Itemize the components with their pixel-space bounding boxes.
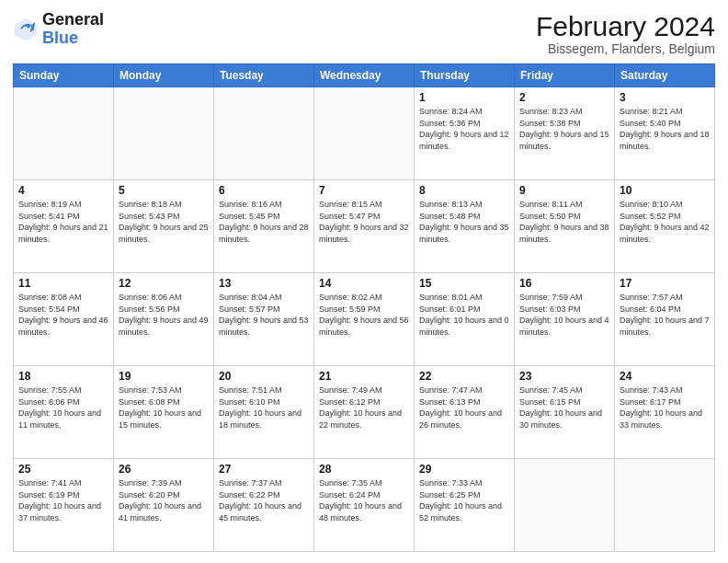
calendar-cell: 5Sunrise: 8:18 AM Sunset: 5:43 PM Daylig… [114, 180, 214, 273]
day-number: 29 [419, 463, 509, 476]
day-info: Sunrise: 7:39 AM Sunset: 6:20 PM Dayligh… [119, 477, 209, 523]
day-info: Sunrise: 8:08 AM Sunset: 5:54 PM Dayligh… [18, 292, 108, 338]
col-wednesday: Wednesday [314, 64, 415, 87]
day-number: 26 [119, 463, 209, 476]
day-info: Sunrise: 8:23 AM Sunset: 5:38 PM Dayligh… [519, 106, 609, 152]
day-info: Sunrise: 7:57 AM Sunset: 6:04 PM Dayligh… [620, 292, 710, 338]
day-info: Sunrise: 8:21 AM Sunset: 5:40 PM Dayligh… [620, 106, 710, 152]
col-thursday: Thursday [415, 64, 515, 87]
calendar-cell [615, 459, 715, 552]
col-sunday: Sunday [14, 64, 114, 87]
day-number: 4 [18, 184, 108, 197]
day-number: 7 [319, 184, 409, 197]
day-number: 2 [519, 91, 609, 104]
day-info: Sunrise: 8:19 AM Sunset: 5:41 PM Dayligh… [18, 199, 108, 245]
day-info: Sunrise: 7:37 AM Sunset: 6:22 PM Dayligh… [219, 477, 309, 523]
day-info: Sunrise: 8:10 AM Sunset: 5:52 PM Dayligh… [620, 199, 710, 245]
logo-blue: Blue [42, 29, 104, 48]
calendar-cell: 23Sunrise: 7:45 AM Sunset: 6:15 PM Dayli… [515, 366, 615, 459]
calendar-cell: 20Sunrise: 7:51 AM Sunset: 6:10 PM Dayli… [214, 366, 314, 459]
day-number: 23 [519, 370, 609, 383]
day-number: 11 [18, 277, 108, 290]
calendar-cell: 6Sunrise: 8:16 AM Sunset: 5:45 PM Daylig… [214, 180, 314, 273]
day-info: Sunrise: 7:51 AM Sunset: 6:10 PM Dayligh… [219, 385, 309, 431]
day-info: Sunrise: 7:45 AM Sunset: 6:15 PM Dayligh… [519, 385, 609, 431]
day-number: 14 [319, 277, 409, 290]
day-number: 22 [419, 370, 509, 383]
calendar-cell: 27Sunrise: 7:37 AM Sunset: 6:22 PM Dayli… [214, 459, 314, 552]
calendar-cell: 16Sunrise: 7:59 AM Sunset: 6:03 PM Dayli… [515, 273, 615, 366]
calendar-cell: 24Sunrise: 7:43 AM Sunset: 6:17 PM Dayli… [615, 366, 715, 459]
calendar-cell: 14Sunrise: 8:02 AM Sunset: 5:59 PM Dayli… [314, 273, 415, 366]
day-info: Sunrise: 8:04 AM Sunset: 5:57 PM Dayligh… [219, 292, 309, 338]
calendar-cell: 21Sunrise: 7:49 AM Sunset: 6:12 PM Dayli… [314, 366, 415, 459]
day-number: 16 [519, 277, 609, 290]
calendar-table: Sunday Monday Tuesday Wednesday Thursday… [13, 63, 715, 552]
day-number: 10 [620, 184, 710, 197]
col-monday: Monday [114, 64, 214, 87]
day-number: 24 [620, 370, 710, 383]
calendar-cell: 19Sunrise: 7:53 AM Sunset: 6:08 PM Dayli… [114, 366, 214, 459]
calendar-week-1: 1Sunrise: 8:24 AM Sunset: 5:36 PM Daylig… [14, 87, 715, 180]
day-info: Sunrise: 8:11 AM Sunset: 5:50 PM Dayligh… [519, 199, 609, 245]
calendar-cell [314, 87, 415, 180]
calendar-cell: 18Sunrise: 7:55 AM Sunset: 6:06 PM Dayli… [14, 366, 114, 459]
logo-icon [13, 17, 39, 42]
day-number: 6 [219, 184, 309, 197]
day-info: Sunrise: 8:16 AM Sunset: 5:45 PM Dayligh… [219, 199, 309, 245]
day-number: 21 [319, 370, 409, 383]
day-number: 20 [219, 370, 309, 383]
calendar-header-row: Sunday Monday Tuesday Wednesday Thursday… [14, 64, 715, 87]
calendar-cell: 3Sunrise: 8:21 AM Sunset: 5:40 PM Daylig… [615, 87, 715, 180]
day-number: 18 [18, 370, 108, 383]
calendar-cell: 12Sunrise: 8:06 AM Sunset: 5:56 PM Dayli… [114, 273, 214, 366]
day-number: 17 [620, 277, 710, 290]
day-number: 9 [519, 184, 609, 197]
calendar-cell: 1Sunrise: 8:24 AM Sunset: 5:36 PM Daylig… [415, 87, 515, 180]
day-info: Sunrise: 8:01 AM Sunset: 6:01 PM Dayligh… [419, 292, 509, 338]
day-number: 1 [419, 91, 509, 104]
logo-general: General [42, 11, 104, 29]
day-info: Sunrise: 7:53 AM Sunset: 6:08 PM Dayligh… [119, 385, 209, 431]
calendar-cell: 22Sunrise: 7:47 AM Sunset: 6:13 PM Dayli… [415, 366, 515, 459]
day-info: Sunrise: 7:33 AM Sunset: 6:25 PM Dayligh… [419, 477, 509, 523]
calendar-cell: 15Sunrise: 8:01 AM Sunset: 6:01 PM Dayli… [415, 273, 515, 366]
page: General Blue February 2024 Bissegem, Fla… [0, 0, 728, 563]
day-info: Sunrise: 8:13 AM Sunset: 5:48 PM Dayligh… [419, 199, 509, 245]
day-info: Sunrise: 8:06 AM Sunset: 5:56 PM Dayligh… [119, 292, 209, 338]
calendar-cell: 10Sunrise: 8:10 AM Sunset: 5:52 PM Dayli… [615, 180, 715, 273]
title-section: February 2024 Bissegem, Flanders, Belgiu… [536, 11, 715, 56]
col-tuesday: Tuesday [214, 64, 314, 87]
col-saturday: Saturday [615, 64, 715, 87]
day-info: Sunrise: 7:43 AM Sunset: 6:17 PM Dayligh… [620, 385, 710, 431]
day-info: Sunrise: 7:41 AM Sunset: 6:19 PM Dayligh… [18, 477, 108, 523]
calendar-cell: 26Sunrise: 7:39 AM Sunset: 6:20 PM Dayli… [114, 459, 214, 552]
calendar-week-3: 11Sunrise: 8:08 AM Sunset: 5:54 PM Dayli… [14, 273, 715, 366]
day-number: 25 [18, 463, 108, 476]
day-info: Sunrise: 7:55 AM Sunset: 6:06 PM Dayligh… [18, 385, 108, 431]
day-info: Sunrise: 8:02 AM Sunset: 5:59 PM Dayligh… [319, 292, 409, 338]
day-number: 15 [419, 277, 509, 290]
calendar-cell [515, 459, 615, 552]
logo-text: General Blue [42, 11, 104, 48]
header: General Blue February 2024 Bissegem, Fla… [13, 11, 715, 56]
day-number: 27 [219, 463, 309, 476]
calendar-cell: 2Sunrise: 8:23 AM Sunset: 5:38 PM Daylig… [515, 87, 615, 180]
day-info: Sunrise: 7:47 AM Sunset: 6:13 PM Dayligh… [419, 385, 509, 431]
calendar-cell: 8Sunrise: 8:13 AM Sunset: 5:48 PM Daylig… [415, 180, 515, 273]
day-info: Sunrise: 8:24 AM Sunset: 5:36 PM Dayligh… [419, 106, 509, 152]
day-number: 13 [219, 277, 309, 290]
calendar-cell [214, 87, 314, 180]
calendar-cell: 17Sunrise: 7:57 AM Sunset: 6:04 PM Dayli… [615, 273, 715, 366]
calendar-cell: 11Sunrise: 8:08 AM Sunset: 5:54 PM Dayli… [14, 273, 114, 366]
calendar-cell: 25Sunrise: 7:41 AM Sunset: 6:19 PM Dayli… [14, 459, 114, 552]
month-title: February 2024 [536, 11, 715, 41]
calendar-cell: 13Sunrise: 8:04 AM Sunset: 5:57 PM Dayli… [214, 273, 314, 366]
day-number: 28 [319, 463, 409, 476]
calendar-cell: 7Sunrise: 8:15 AM Sunset: 5:47 PM Daylig… [314, 180, 415, 273]
calendar-week-5: 25Sunrise: 7:41 AM Sunset: 6:19 PM Dayli… [14, 459, 715, 552]
day-info: Sunrise: 8:18 AM Sunset: 5:43 PM Dayligh… [119, 199, 209, 245]
col-friday: Friday [515, 64, 615, 87]
day-number: 5 [119, 184, 209, 197]
day-number: 19 [119, 370, 209, 383]
